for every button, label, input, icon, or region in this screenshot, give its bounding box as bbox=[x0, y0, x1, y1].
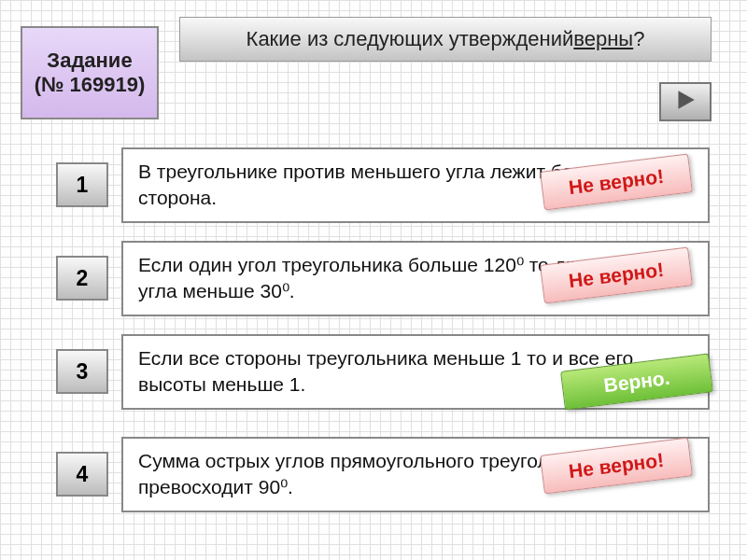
verdict-text: Верно. bbox=[602, 365, 671, 399]
answer-row: 1 В треугольнике против меньшего угла ле… bbox=[56, 147, 710, 223]
task-number: (№ 169919) bbox=[35, 73, 146, 97]
answer-row: 4 Сумма острых углов прямоугольного треу… bbox=[56, 437, 710, 512]
statement-text: Если один угол треугольника больше 120⁰ … bbox=[138, 254, 686, 301]
answer-row: 3 Если все стороны треугольника меньше 1… bbox=[56, 334, 710, 410]
task-title: Задание bbox=[47, 49, 132, 73]
answer-row: 2 Если один угол треугольника больше 120… bbox=[56, 241, 710, 316]
statement-text: В треугольнике против меньшего угла лежи… bbox=[138, 161, 631, 208]
option-button-3[interactable]: 3 bbox=[56, 349, 108, 394]
option-number: 1 bbox=[77, 173, 89, 198]
question-bar: Какие из следующих утверждений верны ? bbox=[179, 17, 712, 62]
question-emph: верны bbox=[573, 27, 633, 51]
option-button-2[interactable]: 2 bbox=[56, 256, 108, 301]
statement-text: Если все стороны треугольника меньше 1 т… bbox=[138, 347, 633, 395]
statement-box: В треугольнике против меньшего угла лежи… bbox=[121, 147, 710, 223]
question-suffix: ? bbox=[633, 27, 644, 51]
question-prefix: Какие из следующих утверждений bbox=[247, 27, 574, 51]
option-number: 4 bbox=[77, 462, 89, 487]
task-badge: Задание (№ 169919) bbox=[21, 26, 159, 119]
statement-box: Если все стороны треугольника меньше 1 т… bbox=[121, 334, 710, 410]
next-button[interactable] bbox=[659, 82, 712, 121]
svg-marker-0 bbox=[678, 91, 694, 109]
option-button-4[interactable]: 4 bbox=[56, 452, 108, 497]
option-number: 2 bbox=[77, 266, 89, 291]
play-triangle-icon bbox=[673, 88, 698, 116]
option-number: 3 bbox=[77, 359, 89, 385]
statement-box: Если один угол треугольника больше 120⁰ … bbox=[121, 241, 710, 316]
statement-text: Сумма острых углов прямоугольного треуго… bbox=[138, 450, 627, 497]
option-button-1[interactable]: 1 bbox=[56, 162, 108, 207]
statement-box: Сумма острых углов прямоугольного треуго… bbox=[121, 437, 710, 512]
